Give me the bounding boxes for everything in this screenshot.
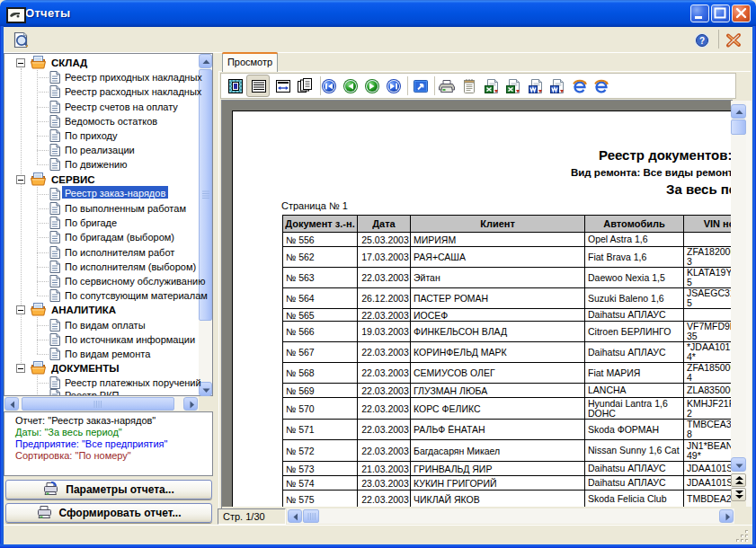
svg-text:?: ? <box>699 36 705 46</box>
